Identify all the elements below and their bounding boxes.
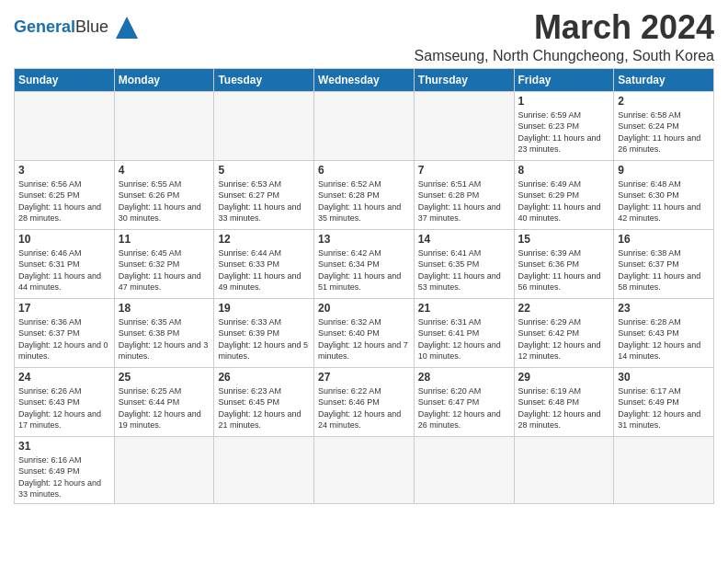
table-row: 4Sunrise: 6:55 AM Sunset: 6:26 PM Daylig… — [114, 160, 214, 229]
table-row — [314, 436, 415, 503]
day-number: 5 — [218, 164, 310, 177]
table-row — [614, 436, 714, 503]
day-info: Sunrise: 6:51 AM Sunset: 6:28 PM Dayligh… — [418, 178, 510, 224]
table-row: 15Sunrise: 6:39 AM Sunset: 6:36 PM Dayli… — [514, 229, 614, 298]
day-info: Sunrise: 6:45 AM Sunset: 6:32 PM Dayligh… — [119, 247, 210, 293]
day-info: Sunrise: 6:35 AM Sunset: 6:38 PM Dayligh… — [119, 316, 210, 362]
table-row: 7Sunrise: 6:51 AM Sunset: 6:28 PM Daylig… — [414, 160, 514, 229]
calendar: Sunday Monday Tuesday Wednesday Thursday… — [14, 68, 714, 504]
day-number: 21 — [418, 302, 510, 315]
day-info: Sunrise: 6:52 AM Sunset: 6:28 PM Dayligh… — [318, 178, 410, 224]
day-number: 28 — [418, 371, 510, 384]
day-number: 12 — [218, 233, 310, 246]
table-row: 31Sunrise: 6:16 AM Sunset: 6:49 PM Dayli… — [15, 436, 115, 503]
day-number: 14 — [418, 233, 510, 246]
day-number: 19 — [218, 302, 310, 315]
day-info: Sunrise: 6:25 AM Sunset: 6:44 PM Dayligh… — [119, 385, 210, 431]
day-info: Sunrise: 6:26 AM Sunset: 6:43 PM Dayligh… — [18, 385, 110, 431]
day-number: 30 — [618, 371, 710, 384]
day-info: Sunrise: 6:58 AM Sunset: 6:24 PM Dayligh… — [618, 109, 710, 155]
table-row: 30Sunrise: 6:17 AM Sunset: 6:49 PM Dayli… — [614, 367, 714, 436]
col-sunday: Sunday — [15, 68, 115, 91]
day-number: 7 — [418, 164, 510, 177]
table-row: 9Sunrise: 6:48 AM Sunset: 6:30 PM Daylig… — [614, 160, 714, 229]
table-row: 22Sunrise: 6:29 AM Sunset: 6:42 PM Dayli… — [514, 298, 614, 367]
table-row — [514, 436, 614, 503]
day-info: Sunrise: 6:17 AM Sunset: 6:49 PM Dayligh… — [618, 385, 710, 431]
month-title: March 2024 — [415, 9, 714, 46]
table-row: 16Sunrise: 6:38 AM Sunset: 6:37 PM Dayli… — [614, 229, 714, 298]
day-info: Sunrise: 6:49 AM Sunset: 6:29 PM Dayligh… — [518, 178, 610, 224]
table-row: 19Sunrise: 6:33 AM Sunset: 6:39 PM Dayli… — [214, 298, 314, 367]
table-row — [114, 436, 214, 503]
day-number: 26 — [218, 371, 310, 384]
table-row: 18Sunrise: 6:35 AM Sunset: 6:38 PM Dayli… — [114, 298, 214, 367]
col-friday: Friday — [514, 68, 614, 91]
day-info: Sunrise: 6:59 AM Sunset: 6:23 PM Dayligh… — [518, 109, 610, 155]
table-row: 2Sunrise: 6:58 AM Sunset: 6:24 PM Daylig… — [614, 91, 714, 160]
table-row: 8Sunrise: 6:49 AM Sunset: 6:29 PM Daylig… — [514, 160, 614, 229]
day-number: 6 — [318, 164, 410, 177]
day-number: 31 — [18, 440, 110, 453]
day-number: 24 — [18, 371, 110, 384]
table-row: 11Sunrise: 6:45 AM Sunset: 6:32 PM Dayli… — [114, 229, 214, 298]
table-row — [314, 91, 415, 160]
day-number: 11 — [119, 233, 210, 246]
day-number: 13 — [318, 233, 410, 246]
day-number: 25 — [119, 371, 210, 384]
day-info: Sunrise: 6:36 AM Sunset: 6:37 PM Dayligh… — [18, 316, 110, 362]
day-info: Sunrise: 6:20 AM Sunset: 6:47 PM Dayligh… — [418, 385, 510, 431]
day-number: 16 — [618, 233, 710, 246]
day-number: 20 — [318, 302, 410, 315]
day-number: 29 — [518, 371, 610, 384]
day-number: 27 — [318, 371, 410, 384]
day-info: Sunrise: 6:39 AM Sunset: 6:36 PM Dayligh… — [518, 247, 610, 293]
day-info: Sunrise: 6:33 AM Sunset: 6:39 PM Dayligh… — [218, 316, 310, 362]
day-info: Sunrise: 6:31 AM Sunset: 6:41 PM Dayligh… — [418, 316, 510, 362]
svg-marker-0 — [116, 17, 138, 39]
day-info: Sunrise: 6:28 AM Sunset: 6:43 PM Dayligh… — [618, 316, 710, 362]
table-row — [214, 436, 314, 503]
day-info: Sunrise: 6:23 AM Sunset: 6:45 PM Dayligh… — [218, 385, 310, 431]
logo-icon — [112, 13, 142, 42]
table-row: 20Sunrise: 6:32 AM Sunset: 6:40 PM Dayli… — [314, 298, 415, 367]
table-row: 23Sunrise: 6:28 AM Sunset: 6:43 PM Dayli… — [614, 298, 714, 367]
day-number: 2 — [618, 95, 710, 108]
day-number: 1 — [518, 95, 610, 108]
table-row: 10Sunrise: 6:46 AM Sunset: 6:31 PM Dayli… — [15, 229, 115, 298]
day-number: 4 — [119, 164, 210, 177]
day-info: Sunrise: 6:38 AM Sunset: 6:37 PM Dayligh… — [618, 247, 710, 293]
day-number: 8 — [518, 164, 610, 177]
table-row — [114, 91, 214, 160]
col-monday: Monday — [114, 68, 214, 91]
logo: GeneralBlue — [14, 13, 142, 42]
day-info: Sunrise: 6:19 AM Sunset: 6:48 PM Dayligh… — [518, 385, 610, 431]
day-info: Sunrise: 6:32 AM Sunset: 6:40 PM Dayligh… — [318, 316, 410, 362]
day-info: Sunrise: 6:55 AM Sunset: 6:26 PM Dayligh… — [119, 178, 210, 224]
day-info: Sunrise: 6:46 AM Sunset: 6:31 PM Dayligh… — [18, 247, 110, 293]
day-info: Sunrise: 6:29 AM Sunset: 6:42 PM Dayligh… — [518, 316, 610, 362]
table-row: 28Sunrise: 6:20 AM Sunset: 6:47 PM Dayli… — [414, 367, 514, 436]
table-row: 17Sunrise: 6:36 AM Sunset: 6:37 PM Dayli… — [15, 298, 115, 367]
table-row: 3Sunrise: 6:56 AM Sunset: 6:25 PM Daylig… — [15, 160, 115, 229]
day-number: 15 — [518, 233, 610, 246]
col-wednesday: Wednesday — [314, 68, 415, 91]
col-thursday: Thursday — [414, 68, 514, 91]
table-row: 5Sunrise: 6:53 AM Sunset: 6:27 PM Daylig… — [214, 160, 314, 229]
header: GeneralBlue March 2024 Samseung, North C… — [14, 9, 714, 64]
day-info: Sunrise: 6:41 AM Sunset: 6:35 PM Dayligh… — [418, 247, 510, 293]
day-number: 23 — [618, 302, 710, 315]
table-row: 24Sunrise: 6:26 AM Sunset: 6:43 PM Dayli… — [15, 367, 115, 436]
col-saturday: Saturday — [614, 68, 714, 91]
day-number: 9 — [618, 164, 710, 177]
day-number: 3 — [18, 164, 110, 177]
day-info: Sunrise: 6:56 AM Sunset: 6:25 PM Dayligh… — [18, 178, 110, 224]
table-row — [414, 91, 514, 160]
table-row: 14Sunrise: 6:41 AM Sunset: 6:35 PM Dayli… — [414, 229, 514, 298]
day-info: Sunrise: 6:42 AM Sunset: 6:34 PM Dayligh… — [318, 247, 410, 293]
subtitle: Samseung, North Chungcheong, South Korea — [415, 48, 714, 64]
logo-text: GeneralBlue — [14, 18, 108, 37]
day-number: 17 — [18, 302, 110, 315]
title-area: March 2024 Samseung, North Chungcheong, … — [415, 9, 714, 64]
header-row: Sunday Monday Tuesday Wednesday Thursday… — [15, 68, 714, 91]
